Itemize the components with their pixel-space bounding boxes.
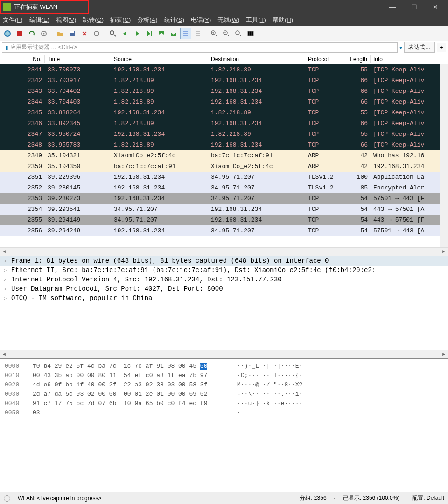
packet-bytes: 0000f0 b4 29 e2 5f 4c ba 7c 1c 7c af 91 … <box>0 358 448 492</box>
capture-file-info: WLAN: <live capture in progress> <box>18 495 101 502</box>
packet-row[interactable]: 234935.104321XiaomiCo_e2:5f:4cba:7c:1c:7… <box>0 150 448 161</box>
packet-row[interactable]: 235539.29414934.95.71.207192.168.31.234T… <box>0 215 448 225</box>
filter-bar: ▮应用显示过滤器 … <Ctrl-/> ▾ 表达式… + <box>0 41 448 54</box>
hex-row[interactable]: 001000 43 3b ab 00 00 80 11 54 ef c0 a8 … <box>5 371 443 380</box>
find-icon[interactable] <box>107 28 119 39</box>
col-length[interactable]: Length <box>343 55 371 63</box>
goto-icon[interactable] <box>144 28 155 39</box>
packet-list-header: No. Time Source Destination Protocol Len… <box>0 54 448 64</box>
menu-item[interactable]: 文件(F) <box>3 16 23 24</box>
displayed-count: 已显示: 2356 (100.0%) <box>343 494 399 502</box>
packet-row[interactable]: 234133.700973192.168.31.2341.82.218.89TC… <box>0 64 448 75</box>
svg-rect-4 <box>70 31 74 33</box>
add-filter-button[interactable]: + <box>437 43 446 52</box>
display-filter-input[interactable]: ▮应用显示过滤器 … <Ctrl-/> <box>2 42 398 53</box>
restart-capture-icon[interactable] <box>26 28 37 39</box>
menu-item[interactable]: 帮助(H) <box>273 16 293 24</box>
col-destination[interactable]: Destination <box>208 55 305 63</box>
expand-icon[interactable]: ▷ <box>4 277 8 282</box>
zoom-out-icon[interactable] <box>221 28 232 39</box>
packet-row[interactable]: 234833.9557831.82.218.89192.168.31.234TC… <box>0 140 448 150</box>
toolbar <box>0 26 448 41</box>
goto-last-icon[interactable] <box>168 28 179 39</box>
go-forward-icon[interactable] <box>132 28 143 39</box>
packet-row[interactable]: 235339.230273192.168.31.23434.95.71.207T… <box>0 193 448 204</box>
maximize-button[interactable]: ☐ <box>403 0 425 14</box>
menu-item[interactable]: 视图(V) <box>56 16 76 24</box>
expand-icon[interactable]: ▷ <box>4 286 8 292</box>
resize-columns-icon[interactable] <box>245 28 256 39</box>
packet-row[interactable]: 234533.888264192.168.31.2341.82.218.89TC… <box>0 107 448 118</box>
statusbar: WLAN: <live capture in progress> 分组: 235… <box>0 492 448 504</box>
detail-tree-item[interactable]: ▷OICQ - IM software, popular in China <box>0 294 448 303</box>
open-icon[interactable] <box>55 28 66 39</box>
window-title: 正在捕获 WLAN <box>14 3 57 11</box>
svg-rect-0 <box>17 31 22 36</box>
expand-icon[interactable]: ▷ <box>4 295 8 301</box>
menu-item[interactable]: 统计(S) <box>164 16 184 24</box>
packet-row[interactable]: 234633.8923451.82.218.89192.168.31.234TC… <box>0 118 448 129</box>
packet-row[interactable]: 235439.29354134.95.71.207192.168.31.234T… <box>0 204 448 215</box>
detail-tree-item[interactable]: ▷Frame 1: 81 bytes on wire (648 bits), 8… <box>0 256 448 266</box>
close-button[interactable]: ✕ <box>425 0 446 14</box>
detail-tree-item[interactable]: ▷Internet Protocol Version 4, Src: 192.1… <box>0 275 448 284</box>
menu-item[interactable]: 编辑(E) <box>29 16 49 24</box>
hex-row[interactable]: 00302d a7 da 5c 93 02 00 00 00 01 2e 01 … <box>5 390 443 399</box>
expert-info-icon[interactable] <box>4 495 10 502</box>
minimize-button[interactable]: — <box>382 0 403 14</box>
packet-list: No. Time Source Destination Protocol Len… <box>0 54 448 256</box>
expand-icon[interactable]: ▷ <box>4 267 8 273</box>
goto-first-icon[interactable] <box>156 28 167 39</box>
options-icon[interactable] <box>38 28 49 39</box>
filter-dropdown-icon[interactable]: ▾ <box>399 44 402 51</box>
close-file-icon[interactable] <box>79 28 90 39</box>
menu-item[interactable]: 跳转(G) <box>83 16 104 24</box>
packets-count: 分组: 2356 <box>300 494 326 502</box>
colorize-icon[interactable] <box>192 28 203 39</box>
packet-row[interactable]: 234333.7044021.82.218.89192.168.31.234TC… <box>0 86 448 97</box>
menu-item[interactable]: 无线(W) <box>217 16 239 24</box>
hex-row[interactable]: 00204d e6 0f bb 1f 40 00 2f 22 a3 02 38 … <box>5 380 443 390</box>
col-no[interactable]: No. <box>0 55 45 63</box>
packet-row[interactable]: 235239.230145192.168.31.23434.95.71.207T… <box>0 182 448 193</box>
packet-row[interactable]: 235639.294249192.168.31.23434.95.71.207T… <box>0 225 448 236</box>
expand-icon[interactable]: ▷ <box>4 258 8 264</box>
packet-row[interactable]: 235139.229396192.168.31.23434.95.71.207T… <box>0 172 448 182</box>
packet-details: ▷Frame 1: 81 bytes on wire (648 bits), 8… <box>0 256 448 358</box>
detail-tree-item[interactable]: ▷Ethernet II, Src: ba:7c:1c:7c:af:91 (ba… <box>0 266 448 275</box>
menu-item[interactable]: 分析(A) <box>137 16 157 24</box>
hex-row[interactable]: 004091 c7 17 75 bc 7d 07 6b f0 9a 65 b0 … <box>5 399 443 408</box>
packet-row[interactable]: 234733.950724192.168.31.2341.82.218.89TC… <box>0 129 448 140</box>
stop-capture-icon[interactable] <box>14 28 25 39</box>
hex-row[interactable]: 0000f0 b4 29 e2 5f 4c ba 7c 1c 7c af 91 … <box>5 362 443 371</box>
start-capture-icon[interactable] <box>2 28 13 39</box>
menu-item[interactable]: 捕获(C) <box>110 16 131 24</box>
go-back-icon[interactable] <box>119 28 131 39</box>
autoscroll-icon[interactable] <box>180 28 191 39</box>
details-scrollbar[interactable]: ◄► <box>0 350 448 358</box>
zoom-in-icon[interactable] <box>209 28 220 39</box>
hex-row[interactable]: 005003· <box>5 408 443 418</box>
zoom-reset-icon[interactable] <box>233 28 244 39</box>
col-info[interactable]: Info <box>371 55 448 63</box>
col-protocol[interactable]: Protocol <box>305 55 343 63</box>
detail-tree-item[interactable]: ▷User Datagram Protocol, Src Port: 4027,… <box>0 284 448 294</box>
save-icon[interactable] <box>67 28 78 39</box>
packet-row[interactable]: 234233.7039171.82.218.89192.168.31.234TC… <box>0 75 448 86</box>
packet-row[interactable]: 235035.104350ba:7c:1c:7c:af:91XiaomiCo_e… <box>0 161 448 172</box>
app-icon <box>3 3 11 11</box>
packet-row[interactable]: 234433.7044031.82.218.89192.168.31.234TC… <box>0 97 448 107</box>
svg-point-5 <box>110 31 114 35</box>
menu-item[interactable]: 工具(T) <box>246 16 266 24</box>
vertical-scrollbar[interactable] <box>440 64 448 247</box>
bookmark-icon: ▮ <box>5 44 8 51</box>
horizontal-scrollbar[interactable]: ◄► <box>0 247 448 256</box>
expression-button[interactable]: 表达式… <box>404 42 435 53</box>
svg-point-2 <box>43 33 45 34</box>
menubar: 文件(F)编辑(E)视图(V)跳转(G)捕获(C)分析(A)统计(S)电话(Y)… <box>0 14 448 26</box>
col-time[interactable]: Time <box>45 55 111 63</box>
profile-label[interactable]: 配置: Default <box>407 494 444 502</box>
menu-item[interactable]: 电话(Y) <box>191 16 211 24</box>
col-source[interactable]: Source <box>111 55 208 63</box>
reload-icon[interactable] <box>91 28 102 39</box>
